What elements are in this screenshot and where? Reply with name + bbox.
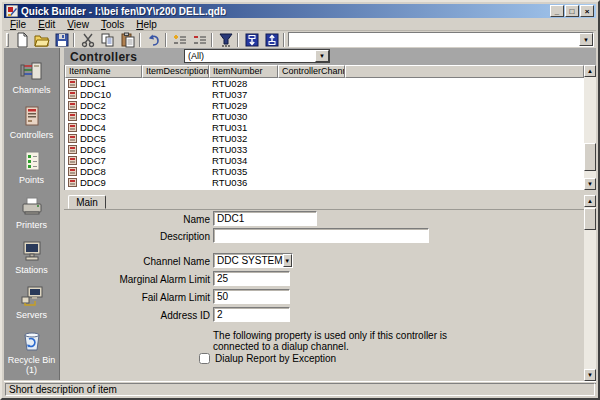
minimize-button[interactable]: _ [550,5,564,17]
fail-alarm-limit-label: Fail Alarm Limit [92,292,210,303]
maximize-button[interactable]: □ [565,5,579,17]
controller-item-icon [68,156,77,165]
table-row[interactable]: DDC6RTU033 [65,144,584,155]
chevron-down-icon[interactable]: ▼ [283,254,292,267]
menu-view[interactable]: View [61,18,95,31]
table-row[interactable]: DDC8RTU035 [65,166,584,177]
filter-funnel-icon [218,32,234,48]
table-row[interactable]: DDC7RTU034 [65,155,584,166]
title-bar[interactable]: Quick Builder - I:\bei fen\DY\r200 DELL.… [4,4,596,18]
address-id-field[interactable] [213,307,290,322]
table-body: DDC1RTU028 DDC10RTU037 DDC2RTU029 DDC3RT… [65,78,584,190]
controllers-icon [20,105,44,127]
upload-icon [264,32,280,48]
sidebar-item-stations[interactable]: Stations [4,240,59,285]
channel-name-dropdown[interactable]: DDC SYSTEM ▼ [213,253,293,268]
toolbar-separator [283,33,285,47]
scroll-down-icon[interactable]: ▼ [584,369,596,381]
menu-tools[interactable]: Tools [95,18,130,31]
column-header-filler [345,65,584,78]
channels-icon [20,60,44,82]
table-scrollbar-thumb[interactable] [584,143,596,171]
save-button[interactable] [52,31,71,48]
dialup-report-label[interactable]: Dialup Report by Exception [215,353,336,364]
table-row[interactable]: DDC3RTU030 [65,111,584,122]
menu-edit[interactable]: Edit [32,18,61,31]
sidebar-item-servers[interactable]: Servers [4,285,59,330]
menu-bar: File Edit View Tools Help [4,18,596,31]
new-button[interactable] [12,31,31,48]
paste-button[interactable] [118,31,137,48]
detail-scrollbar[interactable]: ▲ ▼ [584,195,596,381]
cut-button[interactable] [78,31,97,48]
recycle-bin-count: (1) [26,365,37,375]
column-header-itemname[interactable]: ItemName [65,65,142,78]
printers-icon [20,195,44,217]
column-header-controllerchannel[interactable]: ControllerChann... [278,65,345,78]
table-row[interactable]: DDC2RTU029 [65,100,584,111]
table-row[interactable]: DDC4RTU031 [65,122,584,133]
sidebar-item-points[interactable]: Points [4,150,59,195]
add-item-button[interactable] [170,31,189,48]
chevron-down-icon[interactable]: ▼ [315,50,329,62]
download-button[interactable] [242,31,261,48]
open-button[interactable] [32,31,51,48]
table-scrollbar[interactable]: ▲ ▼ [584,65,596,190]
controller-item-icon [68,167,77,176]
column-header-itemdescription[interactable]: ItemDescription [142,65,209,78]
description-field[interactable] [213,228,429,243]
servers-icon [20,285,44,307]
sidebar-item-recycle-bin[interactable]: Recycle Bin(1) [4,330,59,375]
copy-icon [100,32,116,48]
column-header-itemnumber[interactable]: ItemNumber [209,65,278,78]
table-row[interactable]: DDC1RTU028 [65,78,584,89]
menu-help[interactable]: Help [130,18,163,31]
upload-button[interactable] [262,31,281,48]
name-label: Name [92,214,210,225]
sidebar-item-controllers[interactable]: Controllers [4,105,59,150]
paste-clipboard-icon [120,32,136,48]
dialup-report-checkbox[interactable] [199,353,210,364]
filter-dropdown-value: (All) [185,51,315,61]
filter-dropdown[interactable]: (All) ▼ [184,49,330,63]
toolbar: ▼ [4,31,596,49]
name-field[interactable] [213,211,317,226]
download-icon [244,32,260,48]
table-header-row: ItemName ItemDescription ItemNumber Cont… [65,65,596,78]
toolbar-combobox[interactable]: ▼ [288,32,594,47]
chevron-down-icon[interactable]: ▼ [579,33,593,46]
marginal-alarm-limit-label: Marginal Alarm Limit [92,274,210,285]
controller-item-icon [68,101,77,110]
table-row[interactable]: DDC5RTU032 [65,133,584,144]
toolbar-separator [237,33,239,47]
sidebar-item-printers[interactable]: Printers [4,195,59,240]
tab-divider [64,209,596,210]
quick-builder-window: Quick Builder - I:\bei fen\DY\r200 DELL.… [0,0,600,400]
table-row[interactable]: DDC10RTU037 [65,89,584,100]
marginal-alarm-limit-field[interactable] [213,271,290,286]
undo-button[interactable] [144,31,163,48]
remove-item-icon [192,32,208,48]
channel-name-label: Channel Name [92,256,210,267]
close-button[interactable]: × [580,5,594,17]
controller-item-icon [68,134,77,143]
table-row[interactable]: DDC9RTU036 [65,177,584,188]
toolbar-grip[interactable] [6,33,9,47]
copy-button[interactable] [98,31,117,48]
filter-button[interactable] [216,31,235,48]
dialup-report-row: Dialup Report by Exception [199,353,336,364]
detail-scrollbar-thumb[interactable] [584,208,596,230]
list-header: Controllers (All) ▼ [64,48,596,65]
fail-alarm-limit-field[interactable] [213,289,290,304]
controllers-table: ItemName ItemDescription ItemNumber Cont… [64,65,596,190]
controller-item-icon [68,112,77,121]
channel-name-value: DDC SYSTEM [214,255,283,266]
sidebar-item-channels[interactable]: Channels [4,60,59,105]
menu-file[interactable]: File [4,18,32,31]
scroll-up-icon[interactable]: ▲ [584,65,596,77]
scroll-down-icon[interactable]: ▼ [584,178,596,190]
remove-item-button[interactable] [190,31,209,48]
scroll-up-icon[interactable]: ▲ [584,195,596,207]
address-id-label: Address ID [92,310,210,321]
tab-main[interactable]: Main [68,195,106,209]
